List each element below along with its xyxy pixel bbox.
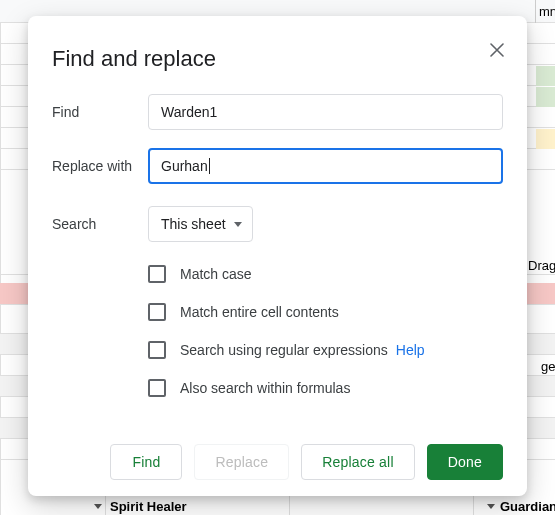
bg-cell-drag: Drag <box>528 258 555 273</box>
search-label: Search <box>52 216 148 232</box>
replace-input-value: Gurhan <box>161 158 208 174</box>
dialog-title: Find and replace <box>52 46 503 72</box>
close-button[interactable] <box>485 38 509 62</box>
find-label: Find <box>52 104 148 120</box>
chevron-down-icon <box>234 222 242 227</box>
bg-cell-spirit-healer: Spirit Healer <box>110 499 187 514</box>
match-case-checkbox[interactable] <box>148 265 166 283</box>
replace-input[interactable]: Gurhan <box>148 148 503 184</box>
replace-label: Replace with <box>52 158 148 174</box>
done-button[interactable]: Done <box>427 444 503 480</box>
header-fragment: mn <box>539 4 555 19</box>
regex-help-link[interactable]: Help <box>396 342 425 358</box>
match-cell-checkbox[interactable] <box>148 303 166 321</box>
replace-button: Replace <box>194 444 289 480</box>
formulas-label: Also search within formulas <box>180 380 350 396</box>
formulas-checkbox[interactable] <box>148 379 166 397</box>
find-button[interactable]: Find <box>110 444 182 480</box>
dropdown-caret-icon <box>487 504 495 509</box>
text-cursor <box>209 158 210 174</box>
match-case-label: Match case <box>180 266 252 282</box>
find-replace-dialog: Find and replace Find Replace with Gurha… <box>28 16 527 496</box>
bg-cell-ige: ge <box>541 359 555 374</box>
bg-cell-guardian: Guardian <box>500 499 555 514</box>
dialog-button-bar: Find Replace Replace all Done <box>52 444 503 480</box>
search-scope-value: This sheet <box>161 216 226 232</box>
regex-checkbox[interactable] <box>148 341 166 359</box>
search-scope-dropdown[interactable]: This sheet <box>148 206 253 242</box>
find-input[interactable] <box>148 94 503 130</box>
dropdown-caret-icon <box>94 504 102 509</box>
close-icon <box>490 43 504 57</box>
replace-all-button[interactable]: Replace all <box>301 444 414 480</box>
regex-label: Search using regular expressions <box>180 342 388 358</box>
match-cell-label: Match entire cell contents <box>180 304 339 320</box>
